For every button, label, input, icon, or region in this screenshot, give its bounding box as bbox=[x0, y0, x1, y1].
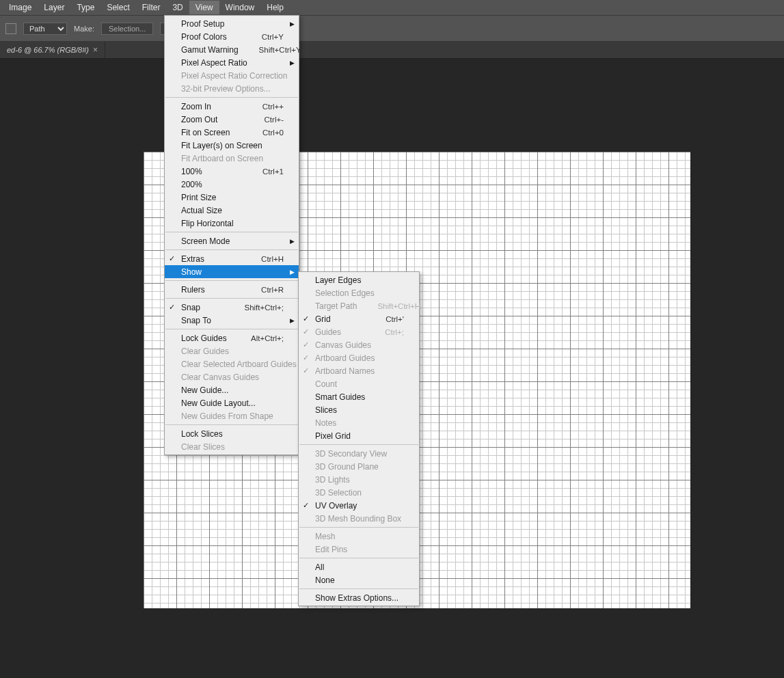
show-submenu-item-show-extras-options[interactable]: Show Extras Options... bbox=[299, 591, 419, 604]
menu-item-label: Clear Selected Artboard Guides bbox=[181, 360, 297, 369]
menu-image[interactable]: Image bbox=[3, 1, 38, 14]
show-submenu-item-all[interactable]: All bbox=[299, 560, 419, 573]
menu-item-label: Fit on Screen bbox=[181, 128, 242, 137]
view-menu-item-snap[interactable]: ✓SnapShift+Ctrl+; bbox=[165, 301, 299, 314]
submenu-arrow-icon: ▶ bbox=[290, 238, 295, 245]
view-menu-item-32-bit-preview-options: 32-bit Preview Options... bbox=[165, 82, 299, 95]
show-submenu-item-smart-guides[interactable]: Smart Guides bbox=[299, 390, 419, 403]
show-submenu-item-3d-ground-plane: 3D Ground Plane bbox=[299, 460, 419, 473]
menu-item-label: Canvas Guides bbox=[315, 340, 404, 350]
show-submenu-item-pixel-grid[interactable]: Pixel Grid bbox=[299, 429, 419, 442]
menu-item-label: Zoom Out bbox=[181, 115, 244, 124]
menu-item-shortcut: Shift+Ctrl+Y bbox=[259, 46, 301, 54]
show-submenu-item-separator bbox=[299, 527, 418, 528]
view-menu-item-fit-on-screen[interactable]: Fit on ScreenCtrl+0 bbox=[165, 126, 299, 139]
menu-layer[interactable]: Layer bbox=[38, 1, 70, 14]
menu-item-label: All bbox=[315, 562, 404, 572]
menu-help[interactable]: Help bbox=[260, 1, 290, 14]
menu-item-label: 3D Ground Plane bbox=[315, 462, 404, 472]
view-menu-item-fit-layer-s-on-screen[interactable]: Fit Layer(s) on Screen bbox=[165, 139, 299, 152]
view-menu-item-new-guide-layout[interactable]: New Guide Layout... bbox=[165, 396, 299, 409]
menu-item-label: 3D Secondary View bbox=[315, 449, 404, 459]
menu-view[interactable]: View bbox=[189, 1, 219, 14]
view-menu-item-200[interactable]: 200% bbox=[165, 178, 299, 191]
menu-item-label: 3D Lights bbox=[315, 475, 404, 485]
show-submenu-item-grid[interactable]: ✓GridCtrl+' bbox=[299, 312, 419, 325]
menu-type[interactable]: Type bbox=[70, 1, 100, 14]
view-menu-item-pixel-aspect-ratio[interactable]: Pixel Aspect Ratio▶ bbox=[165, 56, 299, 69]
check-icon: ✓ bbox=[303, 366, 309, 375]
path-mode-select[interactable]: Path bbox=[23, 23, 67, 35]
menu-3d[interactable]: 3D bbox=[166, 1, 189, 14]
show-submenu-item-notes: Notes bbox=[299, 416, 419, 429]
menu-item-label: None bbox=[315, 575, 404, 585]
menu-item-label: Show bbox=[181, 267, 284, 277]
menu-item-label: 32-bit Preview Options... bbox=[181, 84, 284, 94]
show-submenu-item-artboard-guides: ✓Artboard Guides bbox=[299, 351, 419, 364]
view-menu-item-proof-setup[interactable]: Proof Setup▶ bbox=[165, 17, 299, 30]
menu-item-label: Slices bbox=[315, 405, 404, 415]
show-submenu-item-separator bbox=[299, 558, 418, 558]
show-submenu-item-separator bbox=[299, 444, 418, 445]
view-menu-item-clear-guides: Clear Guides bbox=[165, 344, 299, 357]
view-menu-item-new-guides-from-shape: New Guides From Shape bbox=[165, 409, 299, 422]
view-menu-item-rulers[interactable]: RulersCtrl+R bbox=[165, 283, 299, 296]
menu-item-label: Clear Canvas Guides bbox=[181, 372, 284, 382]
check-icon: ✓ bbox=[169, 303, 175, 312]
show-submenu-item-mesh: Mesh bbox=[299, 530, 419, 543]
view-menu-item-pixel-aspect-ratio-correction: Pixel Aspect Ratio Correction bbox=[165, 69, 299, 82]
menu-item-shortcut: Ctrl+Y bbox=[262, 33, 284, 41]
view-menu-item-zoom-out[interactable]: Zoom OutCtrl+- bbox=[165, 113, 299, 126]
show-submenu-item-3d-lights: 3D Lights bbox=[299, 473, 419, 486]
view-menu-item-screen-mode[interactable]: Screen Mode▶ bbox=[165, 234, 299, 247]
view-menu-item-new-guide[interactable]: New Guide... bbox=[165, 383, 299, 396]
menu-select[interactable]: Select bbox=[100, 1, 135, 14]
view-menu-item-flip-horizontal[interactable]: Flip Horizontal bbox=[165, 217, 299, 230]
menu-item-label: Gamut Warning bbox=[181, 45, 239, 55]
show-submenu-item-layer-edges[interactable]: Layer Edges bbox=[299, 273, 419, 286]
selection-button[interactable]: Selection... bbox=[101, 23, 153, 35]
menu-item-shortcut: Ctrl+H bbox=[261, 255, 284, 263]
view-menu-item-separator bbox=[165, 232, 298, 232]
view-menu-item-100[interactable]: 100%Ctrl+1 bbox=[165, 165, 299, 178]
menu-item-label: UV Overlay bbox=[315, 501, 404, 511]
menu-item-label: 100% bbox=[181, 167, 242, 176]
view-menu-item-extras[interactable]: ✓ExtrasCtrl+H bbox=[165, 252, 299, 265]
show-submenu-item-3d-mesh-bounding-box: 3D Mesh Bounding Box bbox=[299, 512, 419, 525]
menu-item-label: Target Path bbox=[315, 301, 357, 311]
view-menu-item-print-size[interactable]: Print Size bbox=[165, 191, 299, 204]
document-tab[interactable]: ed-6 @ 66.7% (RGB/8#) × bbox=[0, 41, 105, 58]
view-menu-item-lock-guides[interactable]: Lock GuidesAlt+Ctrl+; bbox=[165, 331, 299, 344]
view-menu-item-snap-to[interactable]: Snap To▶ bbox=[165, 314, 299, 327]
view-menu-item-separator bbox=[165, 424, 298, 425]
view-menu-item-separator bbox=[165, 280, 298, 281]
close-icon[interactable]: × bbox=[93, 45, 98, 55]
check-icon: ✓ bbox=[303, 327, 309, 336]
check-icon: ✓ bbox=[303, 340, 309, 349]
menu-item-shortcut: Ctrl+; bbox=[385, 328, 404, 336]
menu-item-label: Grid bbox=[315, 314, 365, 324]
show-submenu-item-slices[interactable]: Slices bbox=[299, 403, 419, 416]
show-submenu-item-guides: ✓GuidesCtrl+; bbox=[299, 325, 419, 338]
view-menu-item-actual-size[interactable]: Actual Size bbox=[165, 204, 299, 217]
view-menu-item-zoom-in[interactable]: Zoom InCtrl++ bbox=[165, 100, 299, 113]
menu-item-label: Notes bbox=[315, 418, 404, 428]
menu-item-label: New Guide... bbox=[181, 385, 284, 395]
check-icon: ✓ bbox=[303, 353, 309, 362]
tab-title: ed-6 @ 66.7% (RGB/8#) bbox=[7, 46, 89, 54]
view-menu-item-gamut-warning[interactable]: Gamut WarningShift+Ctrl+Y bbox=[165, 43, 299, 56]
menu-item-shortcut: Ctrl+R bbox=[261, 286, 284, 294]
show-submenu-item-3d-selection: 3D Selection bbox=[299, 486, 419, 499]
view-menu-item-proof-colors[interactable]: Proof ColorsCtrl+Y bbox=[165, 30, 299, 43]
menu-window[interactable]: Window bbox=[219, 1, 261, 14]
show-submenu-item-edit-pins: Edit Pins bbox=[299, 543, 419, 556]
view-menu-item-clear-canvas-guides: Clear Canvas Guides bbox=[165, 370, 299, 383]
show-submenu-item-none[interactable]: None bbox=[299, 573, 419, 586]
menu-item-shortcut: Ctrl+- bbox=[265, 116, 284, 124]
menu-filter[interactable]: Filter bbox=[136, 1, 167, 14]
show-submenu-item-uv-overlay[interactable]: ✓UV Overlay bbox=[299, 499, 419, 512]
view-menu-item-show[interactable]: Show▶ bbox=[165, 265, 299, 278]
menu-item-label: Proof Setup bbox=[181, 19, 284, 29]
view-menu-item-fit-artboard-on-screen: Fit Artboard on Screen bbox=[165, 152, 299, 165]
view-menu-item-lock-slices[interactable]: Lock Slices bbox=[165, 427, 299, 440]
